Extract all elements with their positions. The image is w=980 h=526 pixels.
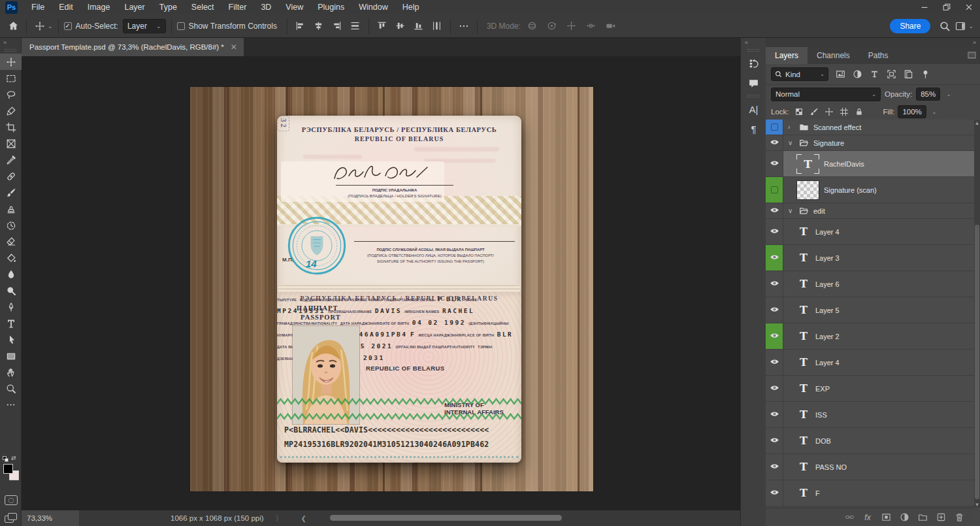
lock-all-icon[interactable] [853, 106, 866, 118]
fill-field[interactable]: 100% [898, 105, 926, 118]
filter-adjustment-layers-icon[interactable] [850, 68, 864, 81]
opacity-field[interactable]: 85% [916, 88, 940, 101]
chevron-right-icon[interactable]: › [788, 123, 794, 131]
menu-select[interactable]: Select [184, 0, 221, 14]
hscroll-left-arrow[interactable]: ❮ [301, 515, 306, 522]
layer-visibility-toggle[interactable] [766, 135, 783, 150]
add-mask-icon[interactable] [880, 512, 892, 523]
spot-healing-brush-tool[interactable] [0, 168, 22, 184]
distribute-horizontal-icon[interactable] [348, 18, 363, 34]
eraser-tool[interactable] [0, 233, 22, 250]
layer-row[interactable]: TISS [766, 402, 974, 428]
3d-camera-icon[interactable] [603, 18, 619, 34]
layers-scrollbar[interactable]: ▲ ▼ [974, 120, 980, 508]
align-left-icon[interactable] [293, 18, 308, 34]
layer-row[interactable]: TLayer 4 [766, 350, 974, 376]
new-adjustment-layer-icon[interactable] [898, 512, 910, 523]
auto-select-checkbox[interactable]: ✓ [64, 22, 72, 30]
search-icon[interactable] [937, 18, 953, 34]
layer-visibility-toggle[interactable] [766, 350, 783, 375]
chevron-down-icon[interactable]: ∨ [788, 207, 794, 214]
menu-window[interactable]: Window [351, 0, 395, 14]
show-transform-checkbox[interactable] [177, 22, 185, 30]
layer-row[interactable]: TLayer 3 [766, 245, 974, 271]
zoom-level-field[interactable]: 73,33% [22, 510, 79, 526]
zoom-tool[interactable] [0, 380, 22, 397]
layer-visibility-toggle[interactable] [766, 271, 783, 297]
layer-row[interactable]: ∨edit [766, 203, 974, 219]
new-group-icon[interactable] [917, 512, 928, 523]
default-colors-icon[interactable] [3, 456, 9, 462]
layer-row[interactable]: TLayer 2 [766, 323, 974, 350]
layer-row[interactable]: TEXP [766, 376, 974, 402]
home-icon[interactable] [5, 18, 21, 34]
swap-colors-icon[interactable]: ⇄ [11, 455, 16, 461]
align-top-icon[interactable] [374, 18, 390, 34]
brush-tool[interactable] [0, 184, 22, 201]
layer-visibility-toggle[interactable] [766, 480, 783, 506]
layer-row[interactable]: TDOB [766, 428, 974, 454]
layer-visibility-toggle[interactable] [766, 297, 783, 323]
new-layer-icon[interactable] [935, 512, 947, 523]
workspace-chevron-icon[interactable]: ⌄ [968, 23, 973, 29]
layer-visibility-toggle[interactable] [766, 151, 783, 176]
layer-row[interactable]: TLayer 4 [766, 219, 974, 245]
distribute-vertical-icon[interactable] [429, 18, 445, 34]
crop-tool[interactable] [0, 119, 22, 135]
blur-tool[interactable] [0, 266, 22, 282]
menu-layer[interactable]: Layer [117, 0, 152, 14]
rectangle-tool[interactable] [0, 348, 22, 364]
layer-visibility-toggle[interactable] [766, 120, 783, 135]
filter-smart-objects-icon[interactable] [901, 68, 915, 81]
layer-visibility-toggle[interactable] [766, 323, 783, 349]
horizontal-scrollbar-thumb[interactable] [330, 515, 562, 521]
pen-tool[interactable] [0, 299, 22, 315]
chevron-down-icon[interactable]: ⌄ [48, 23, 53, 29]
tab-channels[interactable]: Channels [808, 47, 859, 64]
menu-help[interactable]: Help [395, 0, 427, 14]
layer-row[interactable]: TLayer 6 [766, 271, 974, 297]
layer-visibility-toggle[interactable] [766, 203, 783, 218]
menu-3d[interactable]: 3D [253, 0, 278, 14]
edit-toolbar-icon[interactable] [0, 397, 22, 413]
filter-pixel-layers-icon[interactable] [833, 68, 847, 81]
filter-shape-layers-icon[interactable] [884, 68, 898, 81]
layer-row[interactable]: TF [766, 480, 974, 506]
panel-menu-icon[interactable] [968, 52, 976, 59]
fill-chevron-icon[interactable]: ⌄ [930, 105, 939, 118]
document-tab[interactable]: Passport Template.psd @ 73,3% (RachelDav… [22, 38, 244, 56]
character-panel-icon[interactable]: A| [741, 99, 766, 119]
menu-file[interactable]: File [24, 0, 52, 14]
align-bottom-icon[interactable] [411, 18, 427, 34]
layer-row[interactable]: TRachelDavis [766, 151, 974, 177]
lock-artboard-icon[interactable] [838, 106, 851, 118]
layer-row[interactable]: TPASS NO [766, 454, 974, 480]
foreground-color-swatch[interactable] [3, 464, 13, 474]
align-right-icon[interactable] [329, 18, 345, 34]
eyedropper-tool[interactable] [0, 152, 22, 168]
status-chevron-icon[interactable]: 〉 [276, 514, 283, 523]
more-options-icon[interactable] [456, 18, 472, 34]
3d-roll-icon[interactable] [544, 18, 560, 34]
menu-type[interactable]: Type [152, 0, 184, 14]
3d-orbit-icon[interactable] [525, 18, 540, 34]
filter-toggle-icon[interactable] [918, 68, 932, 81]
lock-pixels-icon[interactable] [808, 106, 821, 118]
path-selection-tool[interactable] [0, 331, 22, 348]
tools-grip[interactable] [5, 49, 16, 52]
layer-visibility-toggle[interactable] [766, 177, 783, 203]
type-tool[interactable] [0, 315, 22, 331]
tab-close-icon[interactable]: ✕ [231, 42, 237, 52]
object-selection-tool[interactable] [0, 103, 22, 119]
kind-filter-dropdown[interactable]: Kind ⌄ [771, 67, 828, 81]
rectangular-marquee-tool[interactable] [0, 70, 22, 86]
tab-paths[interactable]: Paths [859, 47, 898, 64]
scrollbar-thumb[interactable] [975, 225, 979, 499]
clone-stamp-tool[interactable] [0, 201, 22, 217]
menu-plugins[interactable]: Plugins [310, 0, 351, 14]
layer-visibility-toggle[interactable] [766, 402, 783, 427]
layer-visibility-toggle[interactable] [766, 245, 783, 271]
canvas-area[interactable]: 32 РЭСПУБЛІКА БЕЛАРУСЬ / РЕСПУБЛИКА БЕЛА… [22, 56, 740, 510]
filter-type-layers-icon[interactable] [867, 68, 881, 81]
tools-expand-icon[interactable]: » [0, 38, 21, 47]
